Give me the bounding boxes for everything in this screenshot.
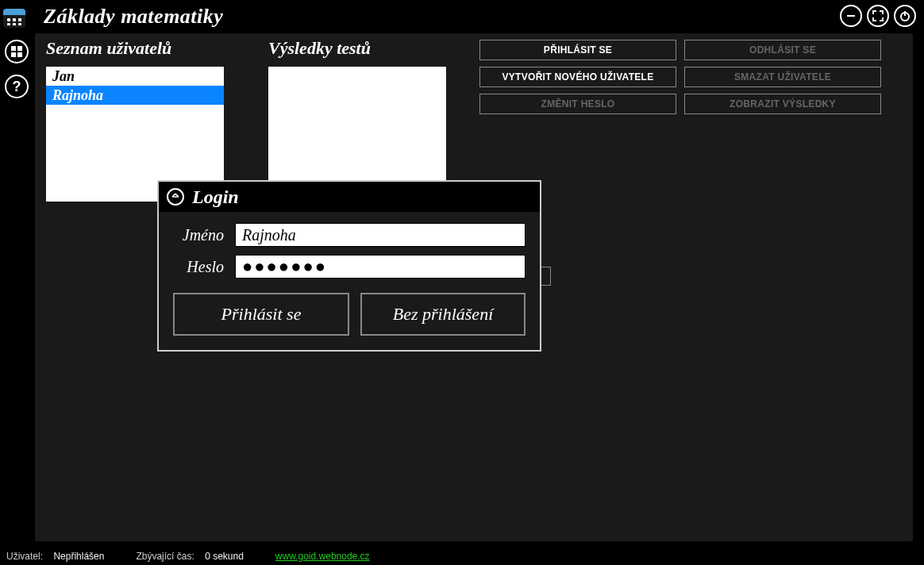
svg-rect-3 (11, 46, 16, 51)
login-icon (167, 188, 184, 206)
app-title: Základy matematiky (44, 5, 223, 29)
dialog-title: Login (192, 186, 239, 208)
help-icon[interactable]: ? (5, 75, 29, 98)
svg-rect-4 (17, 46, 22, 51)
name-label: Jméno (173, 226, 235, 244)
results-heading: Výsledky testů (268, 38, 371, 59)
dialog-skip-button[interactable]: Bez přihlášení (360, 293, 526, 336)
status-time-label: Zbývající čas: (136, 551, 194, 562)
status-time-value: 0 sekund (205, 551, 244, 562)
show-results-button: ZOBRAZIT VÝSLEDKY (684, 94, 881, 114)
dialog-login-button[interactable]: Přihlásit se (173, 293, 349, 336)
create-user-button[interactable]: VYTVOŘIT NOVÉHO UŽIVATELE (479, 67, 676, 87)
svg-rect-5 (11, 52, 16, 57)
delete-user-button: SMAZAT UŽIVATELE (684, 67, 881, 87)
password-input[interactable] (235, 255, 526, 279)
status-user-value: Nepřihlášen (53, 551, 104, 562)
grid-icon[interactable] (5, 40, 29, 63)
list-item[interactable]: Rajnoha (46, 86, 224, 105)
status-user-label: Uživatel: (6, 551, 43, 562)
login-button[interactable]: PŘIHLÁSIT SE (479, 40, 676, 60)
name-input[interactable] (235, 223, 526, 247)
login-dialog: Login Jméno Heslo Přihlásit se Bez přihl… (157, 180, 541, 352)
list-item[interactable]: Jan (46, 67, 224, 86)
status-bar: Uživatel: Nepřihlášen Zbývající čas: 0 s… (0, 548, 924, 565)
user-list-heading: Seznam uživatelů (46, 38, 171, 59)
app-logo (3, 9, 25, 28)
power-button[interactable] (894, 5, 916, 27)
svg-rect-6 (17, 52, 22, 57)
fullscreen-button[interactable] (867, 5, 889, 27)
change-password-button: ZMĚNIT HESLO (479, 94, 676, 114)
password-label: Heslo (173, 258, 235, 276)
minimize-button[interactable] (840, 5, 862, 27)
status-link[interactable]: www.goid.webnode.cz (275, 551, 370, 562)
logout-button: ODHLÁSIT SE (684, 40, 881, 60)
